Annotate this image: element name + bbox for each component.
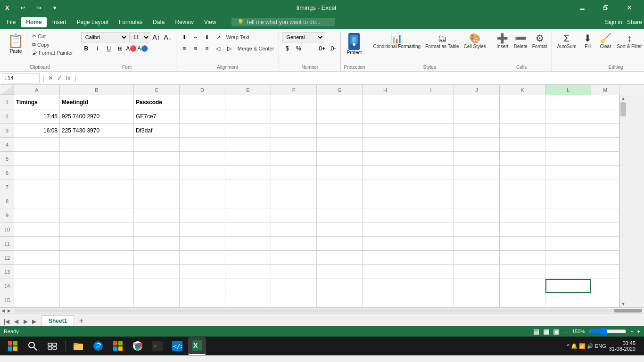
align-bottom-button[interactable]: ⬇	[202, 32, 212, 42]
cell-M9[interactable]	[591, 208, 619, 222]
excel-taskbar-button[interactable]: X	[188, 337, 206, 355]
cell-J3[interactable]	[454, 123, 500, 138]
cell-D10[interactable]	[180, 222, 225, 237]
increase-decimal-button[interactable]: .0+	[316, 43, 326, 54]
align-middle-button[interactable]: ↔	[190, 32, 201, 42]
cell-M7[interactable]	[591, 180, 619, 194]
hscroll-track[interactable]	[14, 309, 642, 313]
scroll-down-button[interactable]: ▼	[620, 301, 627, 307]
align-right-button[interactable]: ≡	[202, 43, 212, 54]
share-button[interactable]: Share	[627, 19, 642, 25]
microsoft-store-button[interactable]	[109, 337, 127, 355]
row-header-2[interactable]: 2	[0, 109, 14, 123]
col-header-C[interactable]: C	[134, 85, 180, 95]
cell-I9[interactable]	[408, 208, 454, 222]
col-header-E[interactable]: E	[225, 85, 271, 95]
menu-review[interactable]: Review	[170, 17, 198, 27]
decrease-decimal-button[interactable]: .0-	[327, 43, 338, 54]
format-painter-button[interactable]: 🖌Format Painter	[30, 49, 75, 57]
cell-A7[interactable]	[14, 180, 60, 194]
row-header-1[interactable]: 1	[0, 95, 14, 109]
border-button[interactable]: ⊞	[115, 43, 125, 54]
cell-H13[interactable]	[363, 265, 408, 279]
cell-M11[interactable]	[591, 237, 619, 251]
cell-D13[interactable]	[180, 265, 225, 279]
cell-M14[interactable]	[591, 279, 619, 293]
conditional-formatting-button[interactable]: 📊 Conditional Formatting	[371, 32, 422, 50]
cut-button[interactable]: ✂Cut	[30, 32, 75, 40]
cell-C12[interactable]	[134, 251, 180, 265]
cell-B8[interactable]	[60, 194, 134, 208]
cell-C8[interactable]	[134, 194, 180, 208]
cell-B6[interactable]	[60, 166, 134, 180]
bold-button[interactable]: B	[81, 43, 91, 54]
cell-A4[interactable]	[14, 138, 60, 152]
col-header-M[interactable]: M	[591, 85, 619, 95]
cell-D2[interactable]	[180, 109, 225, 123]
cell-H1[interactable]	[363, 95, 408, 109]
merge-center-button[interactable]: Merge & Center	[236, 45, 276, 52]
row-header-9[interactable]: 9	[0, 208, 14, 222]
cell-M12[interactable]	[591, 251, 619, 265]
cell-L1[interactable]	[545, 95, 591, 109]
col-header-H[interactable]: H	[363, 85, 408, 95]
clear-button[interactable]: 🧹 Clear	[597, 32, 614, 50]
cell-J5[interactable]	[454, 152, 500, 166]
menu-data[interactable]: Data	[148, 17, 169, 27]
increase-font-button[interactable]: A↑	[151, 32, 162, 42]
cell-E9[interactable]	[225, 208, 271, 222]
cell-D8[interactable]	[180, 194, 225, 208]
col-header-L[interactable]: L	[545, 85, 591, 95]
next-sheet-button[interactable]: ▶	[21, 317, 30, 326]
cell-H15[interactable]	[363, 293, 408, 307]
zoom-out-button[interactable]: −	[630, 329, 633, 334]
cell-E15[interactable]	[225, 293, 271, 307]
cell-H9[interactable]	[363, 208, 408, 222]
undo-button[interactable]: ↩	[16, 1, 29, 14]
cell-I3[interactable]	[408, 123, 454, 138]
menu-formulas[interactable]: Formulas	[114, 17, 147, 27]
cell-D5[interactable]	[180, 152, 225, 166]
align-center-button[interactable]: ≡	[190, 43, 201, 54]
cell-A5[interactable]	[14, 152, 60, 166]
row-header-4[interactable]: 4	[0, 138, 14, 152]
cell-A9[interactable]	[14, 208, 60, 222]
restore-button[interactable]: 🗗	[595, 0, 617, 15]
cell-C2[interactable]: GE7ce7	[134, 109, 180, 123]
cell-A12[interactable]	[14, 251, 60, 265]
cell-B1[interactable]: MeetingId	[60, 95, 134, 109]
cell-J13[interactable]	[454, 265, 500, 279]
copy-button[interactable]: ⧉Copy	[30, 41, 75, 49]
row-header-6[interactable]: 6	[0, 166, 14, 180]
cell-I6[interactable]	[408, 166, 454, 180]
normal-view-button[interactable]: ▤	[533, 328, 539, 335]
cell-J14[interactable]	[454, 279, 500, 293]
menu-insert[interactable]: Insert	[48, 17, 71, 27]
zoom-slider[interactable]	[589, 328, 627, 335]
row-header-11[interactable]: 11	[0, 237, 14, 251]
cell-B5[interactable]	[60, 152, 134, 166]
vscode-button[interactable]: </>	[168, 337, 186, 355]
cell-H5[interactable]	[363, 152, 408, 166]
cell-D4[interactable]	[180, 138, 225, 152]
task-view-button[interactable]	[43, 337, 61, 355]
cell-M3[interactable]	[591, 123, 619, 138]
cell-E10[interactable]	[225, 222, 271, 237]
cell-J15[interactable]	[454, 293, 500, 307]
cell-M10[interactable]	[591, 222, 619, 237]
cell-G9[interactable]	[317, 208, 363, 222]
cell-D15[interactable]	[180, 293, 225, 307]
cell-F11[interactable]	[271, 237, 317, 251]
cell-F14[interactable]	[271, 279, 317, 293]
cell-G4[interactable]	[317, 138, 363, 152]
cell-G11[interactable]	[317, 237, 363, 251]
cell-M8[interactable]	[591, 194, 619, 208]
cell-K3[interactable]	[500, 123, 545, 138]
cell-G8[interactable]	[317, 194, 363, 208]
cell-E7[interactable]	[225, 180, 271, 194]
formula-input[interactable]	[79, 74, 642, 82]
cell-K5[interactable]	[500, 152, 545, 166]
cell-L5[interactable]	[545, 152, 591, 166]
cell-C1[interactable]: Passcode	[134, 95, 180, 109]
terminal-button[interactable]: >_	[149, 337, 166, 355]
